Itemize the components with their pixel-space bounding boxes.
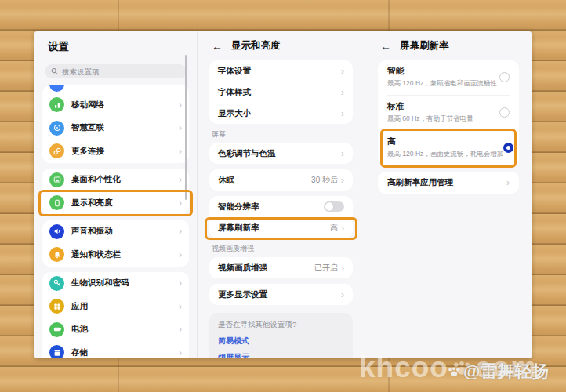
search-input[interactable] [62, 67, 180, 76]
row-label: 高刷新率应用管理 [387, 177, 453, 188]
sidebar-item-display-brightness[interactable]: 显示和亮度 › [49, 191, 182, 215]
sidebar-item-storage[interactable]: 存储 › [49, 341, 182, 358]
author-watermark: @雷舞轻扬 [447, 360, 549, 383]
scrollbar[interactable] [185, 55, 187, 200]
chevron-right-icon: › [179, 250, 182, 260]
smart-resolution-toggle[interactable] [324, 201, 344, 212]
apps-icon [49, 299, 64, 314]
storage-icon [49, 345, 64, 358]
sidebar-item-biometrics-password[interactable]: 生物识别和密码 › [49, 272, 182, 296]
row-label: 智能分辨率 [218, 201, 259, 212]
section-label-screen: 屏幕 [212, 129, 350, 140]
search-icon [51, 67, 58, 75]
radio-unselected-icon[interactable] [499, 72, 510, 82]
back-icon[interactable]: ← [212, 41, 223, 52]
row-label: 视频画质增强 [218, 263, 267, 274]
biometrics-password-icon [49, 276, 64, 291]
sidebar-item-notifications[interactable]: 通知和状态栏 › [49, 243, 182, 267]
sidebar-item-apps[interactable]: 应用 › [49, 295, 182, 318]
link-always-on-display[interactable]: 熄屏显示 [218, 352, 344, 358]
option-label: 高 [387, 136, 503, 147]
refresh-rate-value: 高 [330, 223, 338, 234]
chevron-right-icon: › [341, 109, 344, 118]
radio-unselected-icon[interactable] [499, 107, 510, 118]
author-handle: @雷舞轻扬 [463, 360, 549, 383]
row-more-display-settings[interactable]: 更多显示设置 › [218, 284, 344, 305]
chevron-right-icon: › [179, 100, 182, 110]
sidebar-item-label: 应用 [71, 301, 88, 312]
settings-group-sound: 声音和振动 › 通知和状态栏 › [42, 220, 189, 267]
sidebar-item-label: 存储 [71, 347, 88, 358]
sidebar-item-sound-vibration[interactable]: 声音和振动 › [49, 220, 182, 244]
display-brightness-icon [49, 195, 64, 210]
option-text: 智能 最高 120 Hz，兼顾省电和画面流畅性 [387, 66, 497, 89]
more-connections-icon [49, 143, 64, 158]
sidebar-item-home-personalization[interactable]: 桌面和个性化 › [49, 169, 182, 192]
sleep-value: 30 秒后 [311, 175, 338, 186]
sidebar-item-battery[interactable]: 电池 › [49, 318, 182, 342]
link-simple-mode[interactable]: 简易模式 [218, 336, 344, 347]
radio-selected-icon[interactable] [503, 143, 513, 153]
toggle-knob [325, 202, 334, 211]
settings-panel: 设置 移动网络 › [34, 31, 197, 358]
row-font-settings[interactable]: 字体设置 › [218, 60, 344, 82]
sidebar-item-label: 电池 [71, 324, 88, 335]
sleep-card: 休眠 30 秒后 › [209, 169, 353, 191]
chevron-right-icon: › [179, 278, 182, 288]
option-high[interactable]: 高 最高 120 Hz，画面更流畅，耗电会增加 [387, 130, 510, 165]
row-high-refresh-app-management[interactable]: 高刷新率应用管理 › [387, 172, 510, 194]
row-smart-resolution[interactable]: 智能分辨率 [218, 196, 344, 217]
row-video-enhance[interactable]: 视频画质增强 已开启 › [218, 257, 344, 278]
search-bar[interactable] [45, 64, 187, 78]
sidebar-item-mobile-network[interactable]: 移动网络 › [49, 93, 182, 117]
site-watermark-left: khcoo [359, 351, 448, 384]
sidebar-item-label: 声音和振动 [71, 226, 113, 237]
chevron-right-icon: › [179, 123, 182, 132]
smart-connect-icon [49, 121, 64, 136]
settings-screenshot: 设置 移动网络 › [34, 31, 532, 358]
sidebar-item-more-connections[interactable]: 更多连接 › [49, 140, 182, 163]
option-text: 标准 最高 60 Hz，有助于节省电量 [387, 101, 473, 124]
row-font-style[interactable]: 字体样式 › [218, 82, 344, 103]
page-title: 设置 [48, 40, 197, 54]
back-icon[interactable]: ← [380, 41, 391, 52]
suggestions-box: 是否在寻找其他设置项? 简易模式 熄屏显示 [209, 313, 353, 358]
chevron-right-icon: › [179, 198, 182, 208]
settings-group-connections: 移动网络 › 智慧互联 › 更多连接 › [42, 85, 189, 163]
chevron-right-icon: › [179, 348, 182, 358]
display-brightness-panel: ← 显示和亮度 字体设置 › 字体样式 › 显示大小 › 屏幕 色彩调节与色温 … [197, 31, 365, 358]
home-personalization-icon [49, 172, 64, 187]
sidebar-item-smart-connect[interactable]: 智慧互联 › [49, 117, 182, 140]
panel-title: 屏幕刷新率 [400, 39, 449, 53]
chevron-right-icon: › [341, 88, 344, 97]
row-label: 色彩调节与色温 [218, 148, 276, 159]
refresh-rate-options-card: 智能 最高 120 Hz，兼顾省电和画面流畅性 标准 最高 60 Hz，有助于节… [378, 60, 519, 165]
row-label: 字体样式 [218, 87, 251, 98]
partially-visible-item[interactable] [49, 85, 182, 93]
option-description: 最高 120 Hz，画面更流畅，耗电会增加 [387, 150, 503, 159]
refresh-rate-panel: ← 屏幕刷新率 智能 最高 120 Hz，兼顾省电和画面流畅性 标准 最高 60… [365, 31, 532, 358]
wood-background: { "icons": { "back": "←", "chevron": "›"… [0, 0, 566, 392]
option-label: 智能 [387, 66, 497, 77]
clipped-item-icon [49, 85, 64, 92]
sidebar-item-label: 智慧互联 [71, 122, 104, 133]
row-label: 休眠 [218, 175, 234, 186]
panel-header: ← 屏幕刷新率 [378, 31, 519, 60]
option-smart[interactable]: 智能 最高 120 Hz，兼顾省电和画面流畅性 [387, 60, 510, 95]
settings-group-display: 桌面和个性化 › 显示和亮度 › [42, 169, 189, 215]
row-display-size[interactable]: 显示大小 › [218, 103, 344, 124]
option-standard[interactable]: 标准 最高 60 Hz，有助于节省电量 [387, 95, 510, 130]
row-label: 显示大小 [218, 108, 251, 119]
chevron-right-icon: › [179, 302, 182, 311]
row-color-temp[interactable]: 色彩调节与色温 › [218, 143, 344, 164]
panel-title: 显示和亮度 [231, 39, 281, 53]
option-label: 标准 [387, 101, 473, 112]
row-label: 更多显示设置 [218, 289, 267, 300]
paw-icon [447, 366, 461, 377]
video-enhance-card: 视频画质增强 已开启 › [209, 257, 353, 278]
row-sleep[interactable]: 休眠 30 秒后 › [218, 169, 344, 191]
chevron-right-icon: › [179, 147, 182, 156]
chevron-right-icon: › [341, 223, 344, 233]
chevron-right-icon: › [341, 263, 344, 273]
row-refresh-rate[interactable]: 屏幕刷新率 高 › [218, 217, 344, 238]
